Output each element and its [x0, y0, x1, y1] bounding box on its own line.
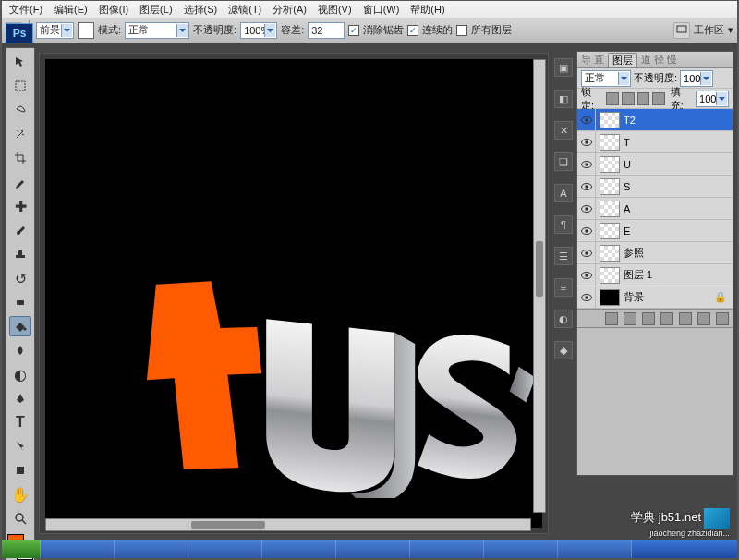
brushes-icon[interactable]: ◐: [554, 310, 573, 328]
paragraph-icon[interactable]: ¶: [554, 215, 573, 234]
visibility-toggle[interactable]: [577, 242, 596, 264]
layer-row[interactable]: E: [577, 220, 733, 242]
screen-mode-button[interactable]: [673, 22, 690, 39]
menu-edit[interactable]: 编辑(E): [48, 3, 93, 17]
lock-all-button[interactable]: [652, 92, 665, 105]
visibility-toggle[interactable]: [577, 176, 596, 198]
group-button[interactable]: [679, 312, 692, 325]
layer-row[interactable]: 背景🔒: [577, 286, 733, 309]
history-icon[interactable]: ☰: [554, 247, 573, 265]
styles-icon[interactable]: ❏: [554, 152, 573, 171]
link-layers-button[interactable]: [605, 312, 618, 325]
antialias-checkbox[interactable]: ✓: [348, 25, 359, 36]
contiguous-checkbox[interactable]: ✓: [407, 25, 418, 36]
crop-tool[interactable]: [9, 148, 31, 168]
hand-tool[interactable]: ✋: [9, 484, 31, 505]
tolerance-value: 32: [311, 25, 322, 36]
all-layers-checkbox[interactable]: [456, 25, 467, 36]
taskbar-item[interactable]: [484, 540, 558, 558]
marquee-tool[interactable]: [9, 76, 31, 96]
menu-help[interactable]: 帮助(H): [405, 3, 450, 17]
opacity-input[interactable]: 100%: [240, 22, 277, 39]
chevron-down-icon: [264, 24, 275, 37]
layer-row[interactable]: T: [577, 131, 733, 153]
shape-tool[interactable]: [9, 460, 31, 481]
workspace-label[interactable]: 工作区: [694, 23, 724, 37]
blend-mode-combo[interactable]: 正常: [125, 22, 189, 39]
menu-image[interactable]: 图像(I): [93, 3, 134, 17]
layer-mask-button[interactable]: [642, 312, 655, 325]
wand-tool[interactable]: [9, 124, 31, 144]
path-select-tool[interactable]: [9, 436, 31, 457]
layer-row[interactable]: 图层 1: [577, 264, 733, 286]
layer-row[interactable]: 参照: [577, 242, 733, 264]
visibility-toggle[interactable]: [577, 220, 596, 242]
brush-tool[interactable]: [9, 220, 31, 240]
lock-pixels-button[interactable]: [622, 92, 635, 105]
vertical-scrollbar[interactable]: [533, 59, 546, 513]
layer-fx-button[interactable]: [624, 312, 636, 325]
new-layer-button[interactable]: [697, 312, 710, 325]
taskbar-item[interactable]: [336, 540, 410, 558]
adjustment-layer-button[interactable]: [660, 312, 673, 325]
layer-row[interactable]: S: [577, 176, 733, 198]
delete-layer-button[interactable]: [716, 312, 729, 325]
taskbar-item[interactable]: [410, 540, 484, 558]
lock-transparency-button[interactable]: [606, 92, 619, 105]
pattern-swatch[interactable]: [78, 22, 94, 39]
pen-tool[interactable]: [9, 388, 31, 408]
stamp-tool[interactable]: [9, 244, 31, 264]
taskbar-item[interactable]: [558, 540, 632, 558]
visibility-toggle[interactable]: [577, 153, 596, 176]
type-panel-icon[interactable]: A: [554, 184, 573, 202]
menu-layer[interactable]: 图层(L): [134, 3, 177, 17]
visibility-toggle[interactable]: [577, 109, 596, 131]
fill-opacity-input[interactable]: 100%: [696, 91, 729, 107]
taskbar-item[interactable]: [115, 540, 188, 558]
visibility-toggle[interactable]: [577, 286, 596, 309]
windows-taskbar: [2, 540, 737, 558]
taskbar-item[interactable]: [41, 540, 115, 558]
dodge-tool[interactable]: ◐: [9, 364, 31, 384]
color-icon[interactable]: ◧: [554, 90, 573, 108]
start-button[interactable]: [2, 540, 41, 558]
tolerance-input[interactable]: 32: [308, 22, 345, 39]
visibility-toggle[interactable]: [577, 198, 596, 220]
layer-blend-combo[interactable]: 正常: [581, 70, 631, 87]
layer-row[interactable]: U: [577, 153, 733, 176]
eraser-tool[interactable]: [9, 292, 31, 312]
actions-icon[interactable]: ≡: [554, 278, 573, 297]
menu-analysis[interactable]: 分析(A): [267, 3, 312, 17]
menu-file[interactable]: 文件(F): [4, 3, 48, 17]
eyedropper-tool[interactable]: [9, 172, 31, 192]
tab-channels[interactable]: 导 直: [577, 53, 608, 67]
taskbar-item[interactable]: [188, 540, 262, 558]
lasso-tool[interactable]: [9, 100, 31, 120]
tab-paths[interactable]: 道 径 慢: [637, 53, 681, 67]
layer-opacity-input[interactable]: 100%: [680, 70, 713, 87]
move-tool[interactable]: [9, 52, 31, 72]
bucket-tool[interactable]: [9, 316, 31, 336]
history-brush-tool[interactable]: ↺: [9, 268, 31, 288]
canvas[interactable]: [45, 59, 542, 528]
layer-row[interactable]: T2: [577, 109, 733, 131]
horizontal-scrollbar[interactable]: [45, 518, 531, 531]
tab-layers[interactable]: 图层: [608, 53, 637, 67]
type-tool[interactable]: T: [9, 412, 31, 432]
menu-view[interactable]: 视图(V): [312, 3, 357, 17]
taskbar-item[interactable]: [262, 540, 336, 558]
layer-row[interactable]: A: [577, 198, 733, 220]
visibility-toggle[interactable]: [577, 131, 596, 153]
menu-select[interactable]: 选择(S): [178, 3, 224, 17]
zoom-tool[interactable]: [9, 508, 31, 529]
visibility-toggle[interactable]: [577, 264, 596, 286]
fill-source-combo[interactable]: 前景: [36, 22, 74, 39]
menu-window[interactable]: 窗口(W): [357, 3, 406, 17]
navigator-icon[interactable]: ▣: [554, 58, 573, 77]
lock-position-button[interactable]: [637, 92, 650, 105]
menu-filter[interactable]: 滤镜(T): [223, 3, 267, 17]
blur-tool[interactable]: [9, 340, 31, 360]
info-icon[interactable]: ◆: [554, 341, 573, 359]
patch-tool[interactable]: ✚: [9, 196, 31, 216]
swatches-icon[interactable]: ✕: [554, 121, 573, 140]
